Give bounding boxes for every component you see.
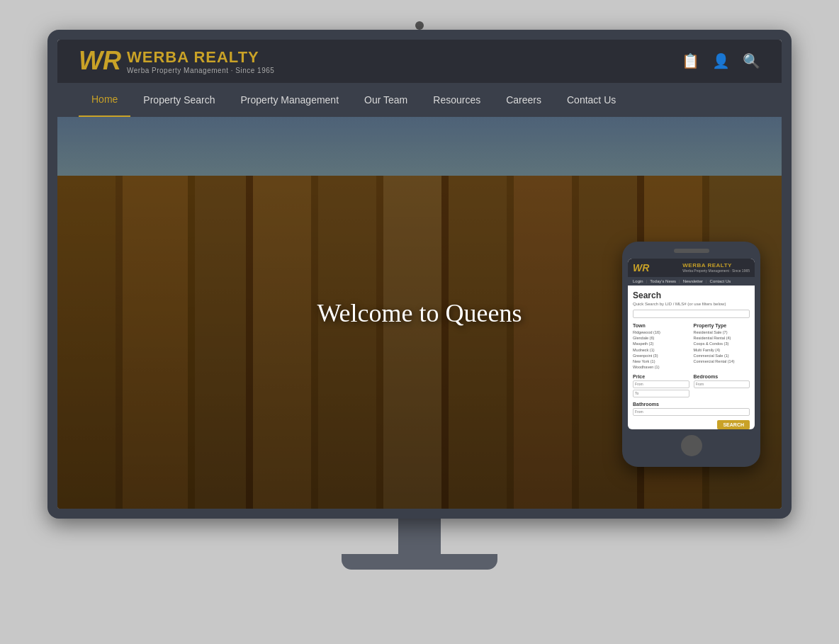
search-icon[interactable]: 🔍 <box>743 52 760 69</box>
user-icon[interactable]: 👤 <box>712 52 730 69</box>
phone-town-label: Town <box>633 323 689 328</box>
phone-town-glendale[interactable]: Glendale (6) <box>633 335 689 341</box>
nav-item-our-team[interactable]: Our Team <box>351 83 420 117</box>
phone-bath-from[interactable] <box>633 408 750 416</box>
phone-price-label: Price <box>633 374 689 379</box>
phone-nav-login[interactable]: Login <box>633 279 643 283</box>
monitor-wrapper: WR WERBA REALTY Werba Property Managemen… <box>37 18 802 627</box>
monitor-screen: WR WERBA REALTY Werba Property Managemen… <box>57 40 782 509</box>
phone-town-ridgewood[interactable]: Ridgewood (16) <box>633 329 689 335</box>
phone-logo-text: WERBA REALTY Werba Property Management ·… <box>682 262 750 273</box>
phone-search-title: Search <box>633 290 750 300</box>
phone-type-coops[interactable]: Coops & Condos (3) <box>694 341 750 346</box>
nav-item-home[interactable]: Home <box>79 83 130 117</box>
logo-wr: WR <box>79 48 121 74</box>
phone-home-button[interactable] <box>681 435 702 456</box>
nav-item-contact[interactable]: Contact Us <box>554 83 629 117</box>
phone-bed-label: Bedrooms <box>694 374 750 379</box>
phone-town-maspeth[interactable]: Maspeth (2) <box>633 341 689 346</box>
phone-type-comm-sale[interactable]: Commercial Sale (1) <box>694 353 750 358</box>
phone-type-res-rental[interactable]: Residential Rental (4) <box>694 335 750 341</box>
phone-type-comm-rental[interactable]: Commercial Rental (14) <box>694 358 750 364</box>
phone-logo-wr: WR <box>633 262 649 273</box>
phone-nav-newsletter[interactable]: Newsletter <box>683 279 703 283</box>
phone-town-mudneck[interactable]: Mudneck (1) <box>633 347 689 353</box>
phone-logo-brand: WERBA REALTY <box>682 262 750 269</box>
monitor-stand-neck <box>398 519 441 554</box>
phone-nav-news[interactable]: Today's News <box>650 279 676 283</box>
phone-type-res-sale[interactable]: Residential Sale (7) <box>694 329 750 335</box>
phone-nav-contact[interactable]: Contact Us <box>710 279 731 283</box>
phone-device: WR WERBA REALTY Werba Property Managemen… <box>622 242 760 467</box>
phone-proptype-label: Property Type <box>694 323 750 328</box>
monitor-stand-base <box>342 554 497 570</box>
phone-logo-sub: Werba Property Management · Since 1965 <box>682 269 750 273</box>
phone-camera <box>674 249 709 253</box>
phone-search-input[interactable] <box>633 310 750 318</box>
phone-price-from[interactable] <box>633 380 689 388</box>
nav-item-property-management[interactable]: Property Management <box>228 83 352 117</box>
header-icons: 📋 👤 🔍 <box>682 52 760 69</box>
phone-town-newyork[interactable]: New York (1) <box>633 358 689 364</box>
phone-price-group: Price <box>633 374 689 399</box>
logo-brand: WERBA REALTY <box>127 48 274 67</box>
phone-search-button[interactable]: SEARCH <box>717 420 750 429</box>
phone-nav: Login | Today's News | Newsletter | Cont… <box>628 277 755 286</box>
phone-two-col: Town Ridgewood (16) Glendale (6) Maspeth… <box>633 323 750 371</box>
phone-search-desc: Quick Search by LID / MLS# (or use filte… <box>633 302 750 306</box>
monitor-camera-dot <box>415 21 424 30</box>
phone-bath-label: Bathrooms <box>633 402 750 407</box>
phone-content: Search Quick Search by LID / MLS# (or us… <box>628 286 755 425</box>
phone-site-header: WR WERBA REALTY Werba Property Managemen… <box>628 259 755 277</box>
phone-price-to[interactable] <box>633 390 689 397</box>
hero-section: Welcome to Queens WR WERBA REALTY Werba … <box>57 117 782 509</box>
phone-bed-from[interactable] <box>694 380 750 388</box>
logo-text-group: WERBA REALTY Werba Property Management ·… <box>127 48 274 74</box>
phone-town-col: Town Ridgewood (16) Glendale (6) Maspeth… <box>633 323 689 371</box>
phone-price-bed-row: Price Bedrooms <box>633 374 750 399</box>
phone-screen: WR WERBA REALTY Werba Property Managemen… <box>628 259 755 429</box>
phone-proptype-col: Property Type Residential Sale (7) Resid… <box>694 323 750 371</box>
phone-town-woodhaven[interactable]: Woodhaven (1) <box>633 364 689 370</box>
site-nav: Home Property Search Property Management… <box>57 83 782 117</box>
edit-icon[interactable]: 📋 <box>682 52 699 69</box>
phone-bath-section: Bathrooms <box>633 402 750 417</box>
phone-bed-group: Bedrooms <box>694 374 750 399</box>
site-header: WR WERBA REALTY Werba Property Managemen… <box>57 40 782 83</box>
phone-type-multi[interactable]: Multi Family (4) <box>694 347 750 353</box>
phone-town-greenpoint[interactable]: Greenpoint (3) <box>633 353 689 358</box>
nav-item-property-search[interactable]: Property Search <box>130 83 227 117</box>
logo-sub: Werba Property Management · Since 1965 <box>127 67 274 74</box>
site-logo: WR WERBA REALTY Werba Property Managemen… <box>79 48 274 74</box>
hero-text: Welcome to Queens <box>317 298 522 328</box>
nav-item-careers[interactable]: Careers <box>493 83 554 117</box>
nav-item-resources[interactable]: Resources <box>420 83 493 117</box>
monitor-body: WR WERBA REALTY Werba Property Managemen… <box>47 30 792 519</box>
